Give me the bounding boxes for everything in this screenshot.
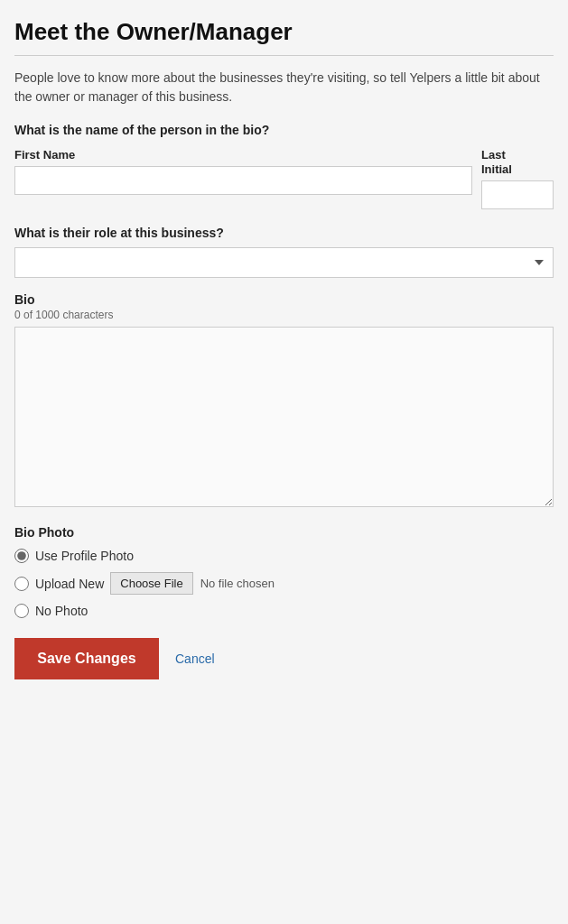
bio-textarea[interactable] (14, 327, 554, 507)
photo-option-upload[interactable]: Upload New Choose File No file chosen (14, 572, 554, 595)
photo-option-profile-label: Use Profile Photo (35, 549, 134, 563)
photo-option-none-label: No Photo (35, 604, 88, 618)
name-fields-row: First Name LastInitial (14, 148, 554, 209)
first-name-label: First Name (14, 148, 472, 162)
role-question: What is their role at this business? (14, 226, 554, 240)
first-name-group: First Name (14, 148, 472, 195)
title-divider (14, 55, 554, 56)
first-name-input[interactable] (14, 166, 472, 195)
upload-row: Choose File No file chosen (110, 572, 275, 595)
bio-photo-section: Bio Photo Use Profile Photo Upload New C… (14, 525, 554, 618)
role-select[interactable]: Owner Manager General Manager Partner (14, 247, 554, 278)
bio-photo-label: Bio Photo (14, 525, 554, 540)
save-button[interactable]: Save Changes (14, 638, 159, 679)
bio-char-count: 0 of 1000 characters (14, 309, 554, 321)
cancel-link[interactable]: Cancel (175, 651, 215, 666)
no-file-text: No file chosen (200, 577, 275, 590)
page-title: Meet the Owner/Manager (14, 18, 554, 46)
photo-option-none[interactable]: No Photo (14, 604, 554, 618)
name-question: What is the name of the person in the bi… (14, 123, 554, 137)
choose-file-button[interactable]: Choose File (110, 572, 192, 595)
photo-option-upload-label: Upload New (35, 577, 104, 591)
role-section: What is their role at this business? Own… (14, 226, 554, 278)
last-initial-label: LastInitial (481, 148, 554, 176)
bio-label: Bio (14, 292, 554, 307)
bio-section: Bio 0 of 1000 characters (14, 292, 554, 511)
last-initial-input[interactable] (481, 180, 554, 209)
photo-radio-none[interactable] (14, 604, 29, 618)
last-initial-group: LastInitial (481, 148, 554, 209)
actions-row: Save Changes Cancel (14, 638, 554, 679)
photo-radio-profile[interactable] (14, 549, 29, 563)
photo-option-profile[interactable]: Use Profile Photo (14, 549, 554, 563)
photo-radio-upload[interactable] (14, 577, 29, 591)
page-description: People love to know more about the busin… (14, 69, 554, 106)
